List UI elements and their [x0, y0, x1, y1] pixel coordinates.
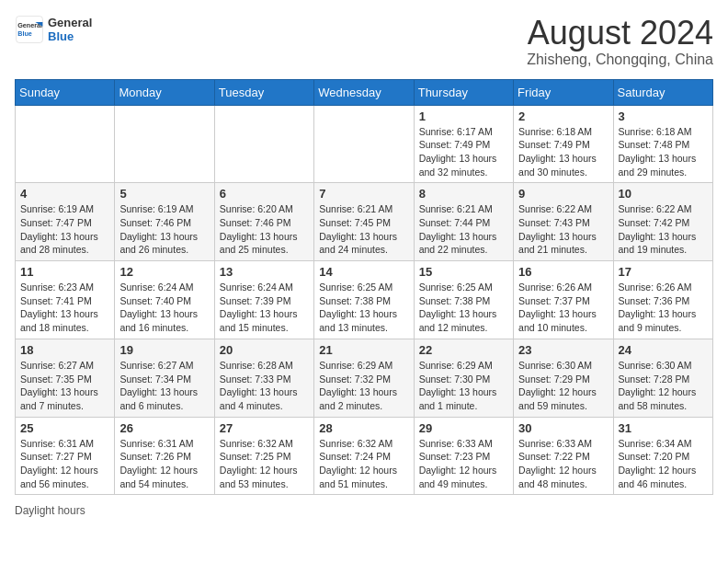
- day-number: 20: [220, 343, 309, 357]
- day-number: 19: [119, 343, 209, 357]
- day-number: 13: [220, 265, 309, 279]
- calendar-cell: 17Sunrise: 6:26 AMSunset: 7:36 PMDayligh…: [613, 261, 712, 339]
- day-info: Sunrise: 6:29 AMSunset: 7:32 PMDaylight:…: [319, 359, 408, 413]
- calendar-cell: [314, 105, 414, 183]
- day-info: Sunrise: 6:26 AMSunset: 7:37 PMDaylight:…: [518, 281, 608, 335]
- day-number: 4: [20, 187, 109, 201]
- day-number: 1: [419, 109, 508, 123]
- calendar-cell: 5Sunrise: 6:19 AMSunset: 7:46 PMDaylight…: [115, 183, 214, 261]
- calendar-cell: 12Sunrise: 6:24 AMSunset: 7:40 PMDayligh…: [115, 261, 214, 339]
- calendar-cell: 25Sunrise: 6:31 AMSunset: 7:27 PMDayligh…: [16, 417, 115, 495]
- day-number: 9: [518, 187, 608, 201]
- calendar-cell: 14Sunrise: 6:25 AMSunset: 7:38 PMDayligh…: [314, 261, 414, 339]
- day-number: 22: [419, 343, 508, 357]
- day-info: Sunrise: 6:31 AMSunset: 7:27 PMDaylight:…: [20, 437, 109, 491]
- day-info: Sunrise: 6:22 AMSunset: 7:43 PMDaylight:…: [518, 202, 608, 257]
- day-info: Sunrise: 6:27 AMSunset: 7:35 PMDaylight:…: [20, 359, 109, 413]
- day-info: Sunrise: 6:31 AMSunset: 7:26 PMDaylight:…: [119, 437, 209, 491]
- day-info: Sunrise: 6:18 AMSunset: 7:49 PMDaylight:…: [518, 125, 608, 179]
- day-number: 12: [119, 265, 209, 279]
- calendar-cell: 16Sunrise: 6:26 AMSunset: 7:37 PMDayligh…: [514, 261, 613, 339]
- day-info: Sunrise: 6:26 AMSunset: 7:36 PMDaylight:…: [619, 281, 708, 335]
- calendar-week-4: 18Sunrise: 6:27 AMSunset: 7:35 PMDayligh…: [16, 339, 713, 417]
- day-info: Sunrise: 6:18 AMSunset: 7:48 PMDaylight:…: [619, 125, 708, 179]
- day-number: 23: [518, 343, 608, 357]
- day-number: 27: [220, 421, 309, 435]
- day-info: Sunrise: 6:25 AMSunset: 7:38 PMDaylight:…: [319, 281, 408, 335]
- day-number: 15: [419, 265, 508, 279]
- day-number: 10: [619, 187, 708, 201]
- calendar-cell: 4Sunrise: 6:19 AMSunset: 7:47 PMDaylight…: [16, 183, 115, 261]
- day-info: Sunrise: 6:29 AMSunset: 7:30 PMDaylight:…: [419, 359, 508, 413]
- calendar-cell: [115, 105, 214, 183]
- day-number: 24: [619, 343, 708, 357]
- calendar-cell: 18Sunrise: 6:27 AMSunset: 7:35 PMDayligh…: [16, 339, 115, 417]
- footer: Daylight hours: [15, 504, 713, 517]
- logo-icon: General Blue: [15, 15, 44, 44]
- logo: General Blue General Blue: [15, 15, 92, 44]
- day-number: 21: [319, 343, 408, 357]
- day-info: Sunrise: 6:27 AMSunset: 7:34 PMDaylight:…: [119, 359, 209, 413]
- subtitle: Zhisheng, Chongqing, China: [527, 52, 713, 68]
- daylight-label: Daylight hours: [15, 504, 85, 517]
- day-number: 31: [619, 421, 708, 435]
- calendar-cell: 29Sunrise: 6:33 AMSunset: 7:23 PMDayligh…: [414, 417, 513, 495]
- calendar-cell: 22Sunrise: 6:29 AMSunset: 7:30 PMDayligh…: [414, 339, 513, 417]
- day-header-wednesday: Wednesday: [314, 79, 414, 105]
- calendar-cell: 6Sunrise: 6:20 AMSunset: 7:46 PMDaylight…: [214, 183, 313, 261]
- calendar-cell: 27Sunrise: 6:32 AMSunset: 7:25 PMDayligh…: [214, 417, 313, 495]
- title-block: August 2024 Zhisheng, Chongqing, China: [527, 15, 713, 68]
- day-info: Sunrise: 6:17 AMSunset: 7:49 PMDaylight:…: [419, 125, 508, 179]
- day-info: Sunrise: 6:19 AMSunset: 7:46 PMDaylight:…: [119, 202, 209, 257]
- calendar-cell: 13Sunrise: 6:24 AMSunset: 7:39 PMDayligh…: [214, 261, 313, 339]
- day-info: Sunrise: 6:21 AMSunset: 7:44 PMDaylight:…: [419, 202, 508, 257]
- calendar-week-2: 4Sunrise: 6:19 AMSunset: 7:47 PMDaylight…: [16, 183, 713, 261]
- day-info: Sunrise: 6:33 AMSunset: 7:23 PMDaylight:…: [419, 437, 508, 491]
- calendar-cell: 10Sunrise: 6:22 AMSunset: 7:42 PMDayligh…: [613, 183, 712, 261]
- day-number: 8: [419, 187, 508, 201]
- day-number: 26: [119, 421, 209, 435]
- calendar-header-row: SundayMondayTuesdayWednesdayThursdayFrid…: [16, 79, 713, 105]
- calendar-cell: 7Sunrise: 6:21 AMSunset: 7:45 PMDaylight…: [314, 183, 414, 261]
- calendar-cell: 28Sunrise: 6:32 AMSunset: 7:24 PMDayligh…: [314, 417, 414, 495]
- day-number: 11: [20, 265, 109, 279]
- day-info: Sunrise: 6:24 AMSunset: 7:39 PMDaylight:…: [220, 281, 309, 335]
- day-number: 5: [119, 187, 209, 201]
- day-info: Sunrise: 6:32 AMSunset: 7:24 PMDaylight:…: [319, 437, 408, 491]
- day-number: 28: [319, 421, 408, 435]
- day-info: Sunrise: 6:24 AMSunset: 7:40 PMDaylight:…: [119, 281, 209, 335]
- day-info: Sunrise: 6:22 AMSunset: 7:42 PMDaylight:…: [619, 202, 708, 257]
- calendar-cell: 11Sunrise: 6:23 AMSunset: 7:41 PMDayligh…: [16, 261, 115, 339]
- day-number: 7: [319, 187, 408, 201]
- calendar-cell: 24Sunrise: 6:30 AMSunset: 7:28 PMDayligh…: [613, 339, 712, 417]
- calendar-cell: 31Sunrise: 6:34 AMSunset: 7:20 PMDayligh…: [613, 417, 712, 495]
- day-header-saturday: Saturday: [613, 79, 712, 105]
- day-info: Sunrise: 6:20 AMSunset: 7:46 PMDaylight:…: [220, 202, 309, 257]
- day-info: Sunrise: 6:30 AMSunset: 7:29 PMDaylight:…: [518, 359, 608, 413]
- day-number: 25: [20, 421, 109, 435]
- day-info: Sunrise: 6:28 AMSunset: 7:33 PMDaylight:…: [220, 359, 309, 413]
- calendar-week-1: 1Sunrise: 6:17 AMSunset: 7:49 PMDaylight…: [16, 105, 713, 183]
- day-number: 14: [319, 265, 408, 279]
- day-info: Sunrise: 6:32 AMSunset: 7:25 PMDaylight:…: [220, 437, 309, 491]
- calendar-cell: 2Sunrise: 6:18 AMSunset: 7:49 PMDaylight…: [514, 105, 613, 183]
- calendar-cell: 9Sunrise: 6:22 AMSunset: 7:43 PMDaylight…: [514, 183, 613, 261]
- day-number: 16: [518, 265, 608, 279]
- main-title: August 2024: [527, 15, 713, 52]
- calendar-cell: 21Sunrise: 6:29 AMSunset: 7:32 PMDayligh…: [314, 339, 414, 417]
- day-number: 18: [20, 343, 109, 357]
- day-info: Sunrise: 6:33 AMSunset: 7:22 PMDaylight:…: [518, 437, 608, 491]
- calendar-cell: 19Sunrise: 6:27 AMSunset: 7:34 PMDayligh…: [115, 339, 214, 417]
- calendar-cell: [214, 105, 313, 183]
- day-header-tuesday: Tuesday: [214, 79, 313, 105]
- day-header-friday: Friday: [514, 79, 613, 105]
- calendar-cell: 1Sunrise: 6:17 AMSunset: 7:49 PMDaylight…: [414, 105, 513, 183]
- day-info: Sunrise: 6:34 AMSunset: 7:20 PMDaylight:…: [619, 437, 708, 491]
- day-header-monday: Monday: [115, 79, 214, 105]
- day-number: 17: [619, 265, 708, 279]
- day-number: 3: [619, 109, 708, 123]
- logo-text: General Blue: [48, 16, 92, 43]
- calendar-cell: 8Sunrise: 6:21 AMSunset: 7:44 PMDaylight…: [414, 183, 513, 261]
- day-number: 6: [220, 187, 309, 201]
- calendar-cell: 3Sunrise: 6:18 AMSunset: 7:48 PMDaylight…: [613, 105, 712, 183]
